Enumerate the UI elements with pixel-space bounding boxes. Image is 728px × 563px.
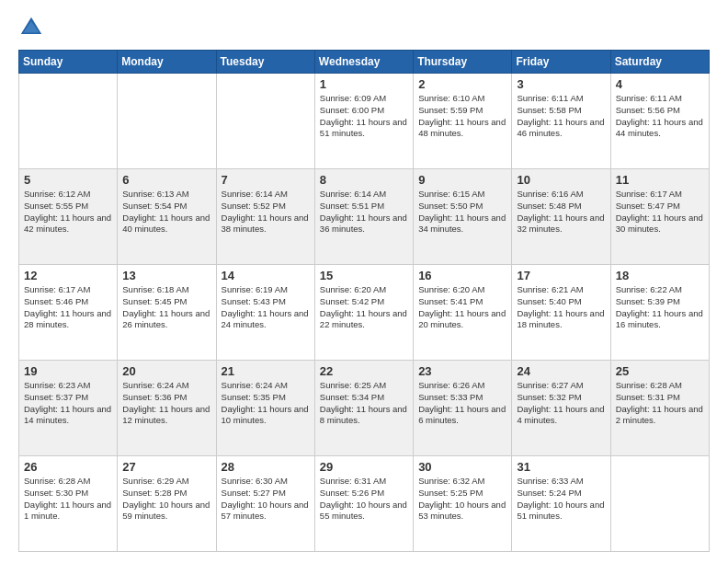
calendar-cell: 2Sunrise: 6:10 AM Sunset: 5:59 PM Daylig… — [414, 74, 512, 169]
cell-content: Sunrise: 6:17 AM Sunset: 5:46 PM Dayligh… — [24, 284, 112, 331]
calendar-cell: 4Sunrise: 6:11 AM Sunset: 5:56 PM Daylig… — [610, 74, 709, 169]
calendar-cell: 23Sunrise: 6:26 AM Sunset: 5:33 PM Dayli… — [414, 361, 512, 456]
header — [18, 15, 710, 40]
day-number: 19 — [24, 364, 112, 378]
cell-content: Sunrise: 6:30 AM Sunset: 5:27 PM Dayligh… — [222, 476, 310, 523]
cell-content: Sunrise: 6:23 AM Sunset: 5:37 PM Dayligh… — [24, 380, 112, 427]
calendar-cell — [216, 74, 314, 169]
calendar-cell: 1Sunrise: 6:09 AM Sunset: 6:00 PM Daylig… — [314, 74, 413, 169]
cell-content: Sunrise: 6:29 AM Sunset: 5:28 PM Dayligh… — [122, 476, 210, 523]
weekday-header-tuesday: Tuesday — [216, 51, 314, 74]
day-number: 30 — [418, 460, 506, 474]
calendar-cell — [19, 74, 118, 169]
day-number: 14 — [222, 269, 310, 282]
calendar-cell: 27Sunrise: 6:29 AM Sunset: 5:28 PM Dayli… — [118, 456, 216, 552]
logo-icon — [18, 15, 44, 40]
calendar-cell: 11Sunrise: 6:17 AM Sunset: 5:47 PM Dayli… — [610, 169, 709, 265]
cell-content: Sunrise: 6:24 AM Sunset: 5:35 PM Dayligh… — [222, 380, 310, 427]
day-number: 24 — [517, 364, 605, 378]
cell-content: Sunrise: 6:12 AM Sunset: 5:55 PM Dayligh… — [24, 189, 112, 236]
calendar-cell: 17Sunrise: 6:21 AM Sunset: 5:40 PM Dayli… — [512, 265, 610, 361]
cell-content: Sunrise: 6:24 AM Sunset: 5:36 PM Dayligh… — [122, 380, 210, 427]
calendar-cell: 28Sunrise: 6:30 AM Sunset: 5:27 PM Dayli… — [216, 456, 314, 552]
weekday-header-sunday: Sunday — [19, 51, 118, 74]
calendar-cell: 24Sunrise: 6:27 AM Sunset: 5:32 PM Dayli… — [512, 361, 610, 456]
calendar-cell: 13Sunrise: 6:18 AM Sunset: 5:45 PM Dayli… — [118, 265, 216, 361]
logo — [18, 15, 48, 40]
cell-content: Sunrise: 6:21 AM Sunset: 5:40 PM Dayligh… — [517, 284, 605, 331]
cell-content: Sunrise: 6:28 AM Sunset: 5:31 PM Dayligh… — [616, 380, 704, 427]
cell-content: Sunrise: 6:20 AM Sunset: 5:42 PM Dayligh… — [320, 284, 408, 331]
calendar-cell: 20Sunrise: 6:24 AM Sunset: 5:36 PM Dayli… — [118, 361, 216, 456]
cell-content: Sunrise: 6:20 AM Sunset: 5:41 PM Dayligh… — [418, 284, 506, 331]
calendar-cell: 19Sunrise: 6:23 AM Sunset: 5:37 PM Dayli… — [19, 361, 118, 456]
cell-content: Sunrise: 6:10 AM Sunset: 5:59 PM Dayligh… — [418, 93, 506, 140]
day-number: 20 — [122, 364, 210, 378]
calendar-cell: 6Sunrise: 6:13 AM Sunset: 5:54 PM Daylig… — [118, 169, 216, 265]
calendar-cell: 15Sunrise: 6:20 AM Sunset: 5:42 PM Dayli… — [314, 265, 413, 361]
calendar-cell: 14Sunrise: 6:19 AM Sunset: 5:43 PM Dayli… — [216, 265, 314, 361]
calendar-cell: 26Sunrise: 6:28 AM Sunset: 5:30 PM Dayli… — [19, 456, 118, 552]
calendar-cell: 31Sunrise: 6:33 AM Sunset: 5:24 PM Dayli… — [512, 456, 610, 552]
day-number: 7 — [222, 173, 310, 187]
day-number: 4 — [616, 77, 704, 91]
cell-content: Sunrise: 6:17 AM Sunset: 5:47 PM Dayligh… — [616, 189, 704, 236]
calendar-table: SundayMondayTuesdayWednesdayThursdayFrid… — [18, 50, 710, 552]
calendar-cell: 7Sunrise: 6:14 AM Sunset: 5:52 PM Daylig… — [216, 169, 314, 265]
calendar-cell: 3Sunrise: 6:11 AM Sunset: 5:58 PM Daylig… — [512, 74, 610, 169]
cell-content: Sunrise: 6:19 AM Sunset: 5:43 PM Dayligh… — [222, 284, 310, 331]
day-number: 22 — [320, 364, 408, 378]
cell-content: Sunrise: 6:11 AM Sunset: 5:58 PM Dayligh… — [517, 93, 605, 140]
calendar-week-4: 19Sunrise: 6:23 AM Sunset: 5:37 PM Dayli… — [19, 361, 710, 456]
calendar-cell — [610, 456, 709, 552]
cell-content: Sunrise: 6:31 AM Sunset: 5:26 PM Dayligh… — [320, 476, 408, 523]
day-number: 18 — [616, 269, 704, 282]
day-number: 6 — [122, 173, 210, 187]
day-number: 10 — [517, 173, 605, 187]
day-number: 15 — [320, 269, 408, 282]
day-number: 11 — [616, 173, 704, 187]
weekday-header-saturday: Saturday — [610, 51, 709, 74]
calendar-cell — [118, 74, 216, 169]
cell-content: Sunrise: 6:11 AM Sunset: 5:56 PM Dayligh… — [616, 93, 704, 140]
calendar-cell: 30Sunrise: 6:32 AM Sunset: 5:25 PM Dayli… — [414, 456, 512, 552]
cell-content: Sunrise: 6:33 AM Sunset: 5:24 PM Dayligh… — [517, 476, 605, 523]
cell-content: Sunrise: 6:22 AM Sunset: 5:39 PM Dayligh… — [616, 284, 704, 331]
calendar-cell: 22Sunrise: 6:25 AM Sunset: 5:34 PM Dayli… — [314, 361, 413, 456]
calendar-cell: 16Sunrise: 6:20 AM Sunset: 5:41 PM Dayli… — [414, 265, 512, 361]
day-number: 29 — [320, 460, 408, 474]
day-number: 25 — [616, 364, 704, 378]
day-number: 31 — [517, 460, 605, 474]
day-number: 5 — [24, 173, 112, 187]
page: SundayMondayTuesdayWednesdayThursdayFrid… — [0, 0, 728, 563]
calendar-week-5: 26Sunrise: 6:28 AM Sunset: 5:30 PM Dayli… — [19, 456, 710, 552]
cell-content: Sunrise: 6:14 AM Sunset: 5:51 PM Dayligh… — [320, 189, 408, 236]
calendar-cell: 25Sunrise: 6:28 AM Sunset: 5:31 PM Dayli… — [610, 361, 709, 456]
day-number: 27 — [122, 460, 210, 474]
cell-content: Sunrise: 6:26 AM Sunset: 5:33 PM Dayligh… — [418, 380, 506, 427]
day-number: 1 — [320, 77, 408, 91]
cell-content: Sunrise: 6:27 AM Sunset: 5:32 PM Dayligh… — [517, 380, 605, 427]
cell-content: Sunrise: 6:14 AM Sunset: 5:52 PM Dayligh… — [222, 189, 310, 236]
calendar-cell: 12Sunrise: 6:17 AM Sunset: 5:46 PM Dayli… — [19, 265, 118, 361]
day-number: 8 — [320, 173, 408, 187]
weekday-header-monday: Monday — [118, 51, 216, 74]
calendar-cell: 21Sunrise: 6:24 AM Sunset: 5:35 PM Dayli… — [216, 361, 314, 456]
calendar-cell: 9Sunrise: 6:15 AM Sunset: 5:50 PM Daylig… — [414, 169, 512, 265]
calendar-cell: 29Sunrise: 6:31 AM Sunset: 5:26 PM Dayli… — [314, 456, 413, 552]
day-number: 17 — [517, 269, 605, 282]
day-number: 3 — [517, 77, 605, 91]
day-number: 2 — [418, 77, 506, 91]
cell-content: Sunrise: 6:15 AM Sunset: 5:50 PM Dayligh… — [418, 189, 506, 236]
weekday-header-friday: Friday — [512, 51, 610, 74]
weekday-header-row: SundayMondayTuesdayWednesdayThursdayFrid… — [19, 51, 710, 74]
day-number: 9 — [418, 173, 506, 187]
calendar-week-3: 12Sunrise: 6:17 AM Sunset: 5:46 PM Dayli… — [19, 265, 710, 361]
cell-content: Sunrise: 6:16 AM Sunset: 5:48 PM Dayligh… — [517, 189, 605, 236]
calendar-cell: 18Sunrise: 6:22 AM Sunset: 5:39 PM Dayli… — [610, 265, 709, 361]
calendar-cell: 8Sunrise: 6:14 AM Sunset: 5:51 PM Daylig… — [314, 169, 413, 265]
calendar-week-2: 5Sunrise: 6:12 AM Sunset: 5:55 PM Daylig… — [19, 169, 710, 265]
cell-content: Sunrise: 6:28 AM Sunset: 5:30 PM Dayligh… — [24, 476, 112, 523]
calendar-cell: 5Sunrise: 6:12 AM Sunset: 5:55 PM Daylig… — [19, 169, 118, 265]
day-number: 23 — [418, 364, 506, 378]
